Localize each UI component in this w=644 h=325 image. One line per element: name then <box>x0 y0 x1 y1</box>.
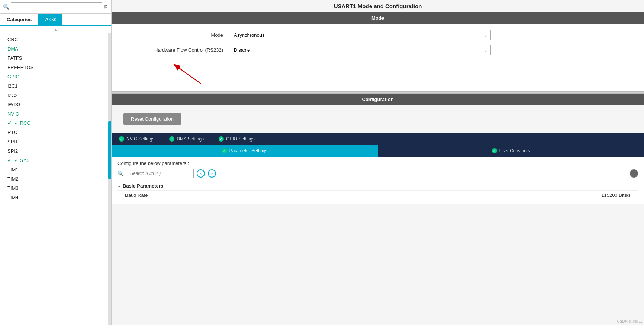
scrollbar-thumb[interactable] <box>108 121 111 179</box>
param-name-baud-rate: Baud Rate <box>125 192 148 198</box>
param-description: Configure the below parameters : <box>117 160 638 166</box>
mode-row: Mode Asynchronous ⌄ <box>126 30 629 40</box>
sidebar-search-input[interactable] <box>11 2 102 11</box>
basic-params-section: ⌄ Basic Parameters Baud Rate 115200 Bits… <box>117 182 638 200</box>
param-search-row: 🔍 ‹ › i <box>117 169 638 178</box>
param-value-baud-rate: 115200 Bits/s <box>601 192 631 198</box>
param-nav-next-button[interactable]: › <box>208 169 216 178</box>
tab-user-constants[interactable]: ✓ User Constants <box>378 145 644 157</box>
sidebar-item-fatfs[interactable]: FATFS <box>0 53 111 63</box>
tab-gpio-settings[interactable]: ✓ GPIO Settings <box>211 133 262 145</box>
page-title: USART1 Mode and Configuration <box>112 0 644 12</box>
param-tab-label: Parameter Settings <box>229 148 268 153</box>
sidebar-item-spi2[interactable]: SPI2 <box>0 146 111 156</box>
param-tab-check-icon: ✓ <box>222 148 227 153</box>
scroll-up-indicator: ▲ <box>0 26 111 33</box>
tab-categories[interactable]: Categories <box>0 14 38 25</box>
mode-section: Mode Asynchronous ⌄ Hardware Flow Contro… <box>112 24 644 91</box>
gpio-tab-check-icon: ✓ <box>219 136 224 142</box>
gpio-tab-label: GPIO Settings <box>226 136 255 142</box>
sidebar-item-dma[interactable]: DMA <box>0 44 111 53</box>
sidebar-item-spi1[interactable]: SPI1 <box>0 137 111 146</box>
tab-az[interactable]: A->Z <box>38 14 62 25</box>
sidebar-item-i2c2[interactable]: I2C2 <box>0 91 111 100</box>
hw-flow-label: Hardware Flow Control (RS232) <box>126 47 223 53</box>
sidebar: 🔍 ⚙ Categories A->Z ▲ CRCDMAFATFSFREERTO… <box>0 0 112 325</box>
param-nav-prev-button[interactable]: ‹ <box>197 169 205 178</box>
scrollbar-track[interactable] <box>108 33 111 325</box>
tab-dma-settings[interactable]: ✓ DMA Settings <box>162 133 211 145</box>
search-icon: 🔍 <box>3 4 9 10</box>
sidebar-search-bar: 🔍 ⚙ <box>0 0 111 14</box>
sidebar-item-freertos[interactable]: FREERTOS <box>0 63 111 72</box>
sidebar-item-tim4[interactable]: TIM4 <box>0 193 111 202</box>
mode-select[interactable]: Asynchronous <box>231 30 491 40</box>
sidebar-item-gpio[interactable]: GPIO <box>0 72 111 81</box>
sidebar-item-rtc[interactable]: RTC <box>0 128 111 137</box>
hw-flow-select[interactable]: Disable <box>231 45 491 55</box>
mode-select-wrapper: Asynchronous ⌄ <box>231 30 491 40</box>
sidebar-item-nvic[interactable]: NVIC <box>0 109 111 118</box>
user-tab-check-icon: ✓ <box>492 148 497 153</box>
sidebar-item-rcc[interactable]: ✓ RCC <box>0 118 111 128</box>
param-search-icon: 🔍 <box>117 170 124 176</box>
sidebar-tabs: Categories A->Z <box>0 14 111 26</box>
mode-section-header: Mode <box>112 12 644 24</box>
config-tabs-row1: ✓ NVIC Settings ✓ DMA Settings ✓ GPIO Se… <box>112 133 644 145</box>
mode-label: Mode <box>126 32 223 38</box>
basic-params-label: Basic Parameters <box>123 183 163 189</box>
sidebar-item-iwdg[interactable]: IWDG <box>0 100 111 109</box>
annotation-area <box>126 59 629 85</box>
dma-tab-label: DMA Settings <box>177 136 204 142</box>
reset-btn-container: Reset Configuration <box>112 105 644 133</box>
info-circle-icon: i <box>630 169 638 178</box>
config-tabs-row2: ✓ Parameter Settings ✓ User Constants <box>112 145 644 157</box>
hw-flow-row: Hardware Flow Control (RS232) Disable ⌄ <box>126 45 629 55</box>
sidebar-item-i2c1[interactable]: I2C1 <box>0 81 111 91</box>
basic-params-header: ⌄ Basic Parameters <box>117 182 638 190</box>
param-search-input[interactable] <box>127 169 194 178</box>
main-content: USART1 Mode and Configuration Mode Mode … <box>112 0 644 325</box>
red-arrow-annotation <box>156 59 216 85</box>
param-content: Configure the below parameters : 🔍 ‹ › i… <box>112 157 644 204</box>
sidebar-item-tim3[interactable]: TIM3 <box>0 183 111 193</box>
sidebar-item-crc[interactable]: CRC <box>0 35 111 44</box>
sidebar-list: CRCDMAFATFSFREERTOSGPIOI2C1I2C2IWDGNVIC✓… <box>0 33 111 325</box>
chevron-down-icon[interactable]: ⌄ <box>117 184 120 188</box>
tab-nvic-settings[interactable]: ✓ NVIC Settings <box>112 133 162 145</box>
hw-flow-select-wrapper: Disable ⌄ <box>231 45 491 55</box>
dma-tab-check-icon: ✓ <box>169 136 174 142</box>
reset-configuration-button[interactable]: Reset Configuration <box>123 113 181 125</box>
config-section-header: Configuration <box>112 94 644 105</box>
nvic-tab-check-icon: ✓ <box>119 136 124 142</box>
table-row: Baud Rate 115200 Bits/s <box>117 190 638 200</box>
tab-parameter-settings[interactable]: ✓ Parameter Settings <box>112 145 378 157</box>
sidebar-item-tim1[interactable]: TIM1 <box>0 165 111 174</box>
sidebar-item-tim2[interactable]: TIM2 <box>0 174 111 183</box>
gear-icon[interactable]: ⚙ <box>103 3 108 10</box>
user-tab-label: User Constants <box>499 148 530 153</box>
sidebar-item-sys[interactable]: ✓ SYS <box>0 156 111 165</box>
svg-line-1 <box>175 65 201 84</box>
watermark: CSDN ©汉影zy <box>617 319 643 324</box>
nvic-tab-label: NVIC Settings <box>126 136 154 142</box>
